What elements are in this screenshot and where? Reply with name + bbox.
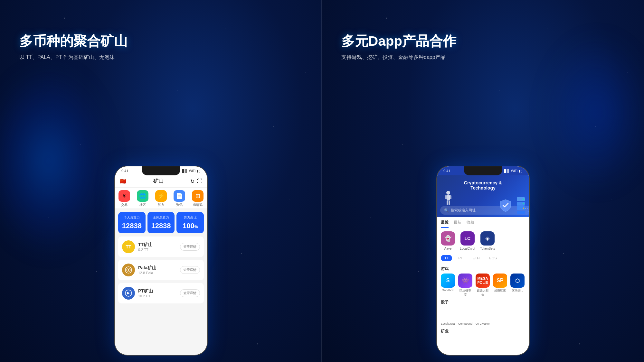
community-icon: 🌐 xyxy=(137,190,148,202)
compound-icon: ◉ xyxy=(458,307,472,321)
nav-item-trade[interactable]: ¥ 交易 xyxy=(118,190,130,207)
dapp-hero-title-line2: Technology xyxy=(470,185,496,190)
stat-personal: 个人总算力 12838 xyxy=(118,212,146,233)
app-superpolis[interactable]: SP 超级玩家 xyxy=(493,274,507,297)
nav-item-news[interactable]: 📄 资讯 xyxy=(174,190,185,207)
localcrypt-icon: LC xyxy=(460,231,475,246)
recent-app-aave[interactable]: 👻 Aave xyxy=(441,231,455,250)
stat-ratio-value: 100% xyxy=(179,222,201,230)
trade-icon: ¥ xyxy=(118,190,130,202)
chain-tab-eos[interactable]: EOS xyxy=(486,255,500,261)
tab-latest[interactable]: 最新 xyxy=(454,220,461,228)
svg-rect-13 xyxy=(517,211,525,214)
app-defi[interactable]: ⬡ 区块链... xyxy=(510,274,525,297)
mining-item-pt: PT矿山 10.2 PT 查看详情 xyxy=(118,283,204,303)
trade-label: 交易 xyxy=(121,203,128,207)
mining-header-title: 矿山 xyxy=(126,178,190,185)
pala-amount: 12.8 Pala xyxy=(138,271,156,275)
wifi-icon: WiFi xyxy=(189,169,195,173)
nav-item-community[interactable]: 🌐 社区 xyxy=(137,190,148,207)
left-phone-screen: 9:41 ▐▌▌ WiFi ▮▯ 🇨🇳 矿山 ↻ ⛶ xyxy=(115,166,207,355)
game-section-title: 游戏 xyxy=(441,266,525,272)
mining-item-pala: Pala矿山 12.8 Pala 查看详情 xyxy=(118,260,204,280)
recent-app-tokensets[interactable]: ◈ TokenSets xyxy=(480,231,495,250)
stat-ratio: 算力占比 100% xyxy=(176,212,204,233)
right-panel-heading: 多元Dapp产品合作 xyxy=(341,32,456,50)
svg-point-14 xyxy=(523,199,524,200)
superpolis-name: 超级玩家 xyxy=(494,289,506,293)
pt-coin-icon xyxy=(122,287,135,300)
tt-detail-button[interactable]: 查看详情 xyxy=(180,243,200,251)
dapp-tabs: 最近 最新 收藏 xyxy=(441,220,525,228)
nav-item-hashrate[interactable]: ⚡ 算力 xyxy=(155,190,167,207)
stat-network: 全网总算力 12838 xyxy=(147,212,175,233)
tokensets-icon: ◈ xyxy=(480,231,495,246)
nav-item-invite[interactable]: ⊞ 邀请码 xyxy=(192,190,204,207)
invite-icon: ⊞ xyxy=(192,190,204,202)
dice-apps-row: LC LocalCrypt ◉ Compound OTC OTCMaker xyxy=(441,307,525,325)
tt-info: TT矿山 0.2 TT xyxy=(138,242,153,252)
app-megapolis[interactable]: MEGA POLIS 超级大都会 xyxy=(476,274,490,297)
stat-ratio-title: 算力占比 xyxy=(179,215,201,220)
flag-icon: 🇨🇳 xyxy=(120,178,126,184)
tab-recent[interactable]: 最近 xyxy=(441,220,449,228)
dapp-hero: Cryptocurrency & Technology xyxy=(437,175,529,217)
mining-header: 🇨🇳 矿山 ↻ ⛶ xyxy=(115,175,207,188)
left-panel-title-block: 多币种的聚合矿山 以 TT、PALA、PT 作为基础矿山、无泡沫 xyxy=(19,32,128,61)
right-panel-title-block: 多元Dapp产品合作 支持游戏、挖矿、投资、金融等多种dapp产品 xyxy=(341,32,456,61)
tab-favorites[interactable]: 收藏 xyxy=(467,220,474,228)
left-panel: 多币种的聚合矿山 以 TT、PALA、PT 作为基础矿山、无泡沫 9:41 ▐▌… xyxy=(0,0,322,362)
svg-rect-5 xyxy=(447,195,450,200)
pt-info: PT矿山 10.2 PT xyxy=(138,288,153,298)
localcrypt2-icon: LC xyxy=(441,307,455,321)
recent-app-localcrypt[interactable]: LC LocalCrypt xyxy=(460,231,475,250)
mining-item-pt-left: PT矿山 10.2 PT xyxy=(122,287,153,300)
app-compound[interactable]: ◉ Compound xyxy=(458,307,472,325)
news-icon: 📄 xyxy=(174,190,185,202)
invite-label: 邀请码 xyxy=(193,203,203,207)
chain-tab-tt[interactable]: TT xyxy=(441,255,452,261)
chain-tab-eth[interactable]: ETH xyxy=(469,255,483,261)
app-sandbox[interactable]: S Sandbox xyxy=(441,274,455,297)
battery-icon: ▮▯ xyxy=(197,169,201,173)
pt-amount: 10.2 PT xyxy=(138,294,153,298)
localcrypt2-name: LocalCrypt xyxy=(441,322,455,325)
compound-name: Compound xyxy=(458,322,472,325)
chain-tab-pt[interactable]: PT xyxy=(455,255,466,261)
refresh-icon[interactable]: ↻ xyxy=(190,178,194,184)
pt-name: PT矿山 xyxy=(138,288,153,294)
dice-section-title: 骰子 xyxy=(441,300,525,305)
search-icon: 🔍 xyxy=(444,208,449,213)
svg-point-16 xyxy=(523,208,524,209)
mining-header-actions: ↻ ⛶ xyxy=(190,178,202,184)
svg-rect-6 xyxy=(445,195,447,199)
hero-shield-svg xyxy=(498,198,513,213)
pala-detail-button[interactable]: 查看详情 xyxy=(180,266,200,274)
dapp-wifi-icon: WiFi xyxy=(511,169,517,173)
aave-icon: 👻 xyxy=(441,231,455,246)
left-phone-container: 9:41 ▐▌▌ WiFi ▮▯ 🇨🇳 矿山 ↻ ⛶ xyxy=(114,166,208,362)
hero-shield-container xyxy=(498,198,513,214)
signal-icon: ▐▌▌ xyxy=(181,169,188,173)
pala-icon-svg xyxy=(125,266,132,274)
app-blockchain[interactable]: 👾 区块链赛室 xyxy=(458,274,472,297)
sandbox-name: Sandbox xyxy=(442,289,454,292)
right-nebula xyxy=(541,32,644,193)
right-phone-frame: 9:41 ▐▌▌ WiFi ▮▯ Cryptocurrency & Techno… xyxy=(436,166,530,356)
app-otcmaker[interactable]: OTC OTCMaker xyxy=(476,307,490,325)
stat-personal-title: 个人总算力 xyxy=(121,215,143,220)
otcmaker-name: OTCMaker xyxy=(476,322,490,325)
news-label: 资讯 xyxy=(176,203,183,207)
dice-section: 骰子 LC LocalCrypt ◉ Compound OTC xyxy=(437,298,529,327)
left-panel-heading: 多币种的聚合矿山 xyxy=(19,32,128,50)
pala-name: Pala矿山 xyxy=(138,265,156,271)
app-localcrypt2[interactable]: LC LocalCrypt xyxy=(441,307,455,325)
stat-personal-value: 12838 xyxy=(121,222,143,230)
svg-point-2 xyxy=(128,269,129,271)
right-panel: 多元Dapp产品合作 支持游戏、挖矿、投资、金融等多种dapp产品 9:41 ▐… xyxy=(322,0,644,362)
right-phone-screen: 9:41 ▐▌▌ WiFi ▮▯ Cryptocurrency & Techno… xyxy=(437,166,529,355)
localcrypt-name: LocalCrypt xyxy=(460,247,475,250)
fullscreen-icon[interactable]: ⛶ xyxy=(197,178,202,184)
pt-detail-button[interactable]: 查看详情 xyxy=(180,289,200,297)
left-panel-subtitle: 以 TT、PALA、PT 作为基础矿山、无泡沫 xyxy=(19,54,128,61)
